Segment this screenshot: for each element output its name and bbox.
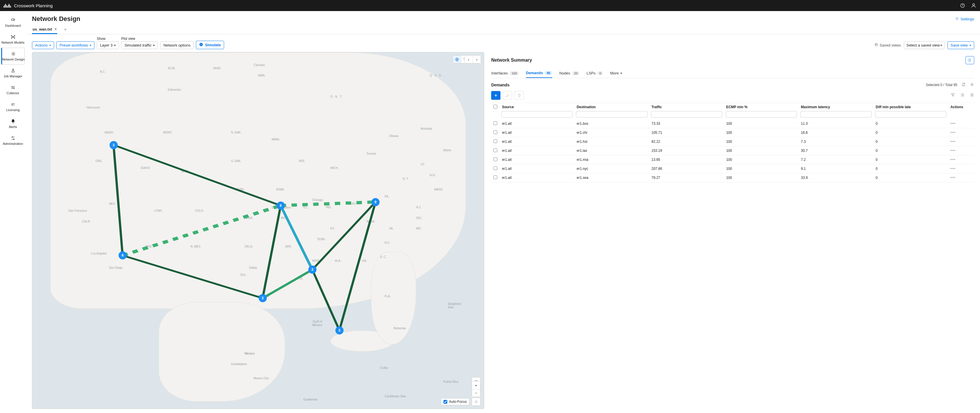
- tab-interfaces[interactable]: Interfaces100: [491, 69, 519, 78]
- cell-ecmp: 100: [724, 155, 799, 164]
- filter-icon[interactable]: [951, 93, 955, 98]
- summary-toggle-button[interactable]: [966, 56, 974, 64]
- row-more-icon[interactable]: •••: [950, 158, 956, 162]
- table-horizontal-scrollbar[interactable]: [491, 405, 974, 409]
- svg-point-35: [968, 59, 968, 59]
- list-view-icon[interactable]: [960, 93, 965, 98]
- col-max-latency[interactable]: Maximum latency: [799, 103, 873, 110]
- row-more-icon[interactable]: •••: [950, 167, 956, 171]
- table-row[interactable]: er1.atler1.mia13.651007.20•••: [491, 155, 974, 164]
- map-node-atl[interactable]: 3: [309, 266, 317, 274]
- col-diff[interactable]: Diff min possible late: [873, 103, 948, 110]
- auto-focus-checkbox[interactable]: [444, 400, 447, 404]
- chevron-left-icon[interactable]: ‹: [465, 56, 473, 63]
- sidenav-item-administration[interactable]: Administration: [0, 132, 26, 149]
- help-icon[interactable]: [960, 3, 966, 8]
- select-all-checkbox[interactable]: [493, 105, 497, 108]
- sidenav-item-dashboard[interactable]: Dashboard: [0, 14, 26, 31]
- tab-demands[interactable]: Demands95: [526, 69, 552, 78]
- row-checkbox[interactable]: [493, 121, 497, 125]
- map-node-chi[interactable]: 6: [277, 202, 285, 210]
- add-tab-button[interactable]: ＋: [61, 27, 70, 33]
- sidenav-item-licensing[interactable]: Licensing: [0, 98, 26, 115]
- filter-diff[interactable]: [875, 111, 946, 118]
- row-checkbox[interactable]: [493, 157, 497, 161]
- file-tab[interactable]: us_wan.txt ×: [32, 25, 57, 34]
- save-view-button[interactable]: Save view▾: [947, 41, 974, 49]
- map-node-hst[interactable]: 3: [259, 294, 267, 302]
- col-destination[interactable]: Destination: [574, 103, 649, 110]
- filter-traffic[interactable]: [651, 111, 722, 118]
- menu-icon[interactable]: [970, 93, 974, 98]
- table-row[interactable]: er1.atler1.chi105.7110016.60•••: [491, 128, 974, 137]
- table-row[interactable]: er1.atler1.nyc207.861009.10•••: [491, 164, 974, 173]
- col-source[interactable]: Source: [500, 103, 574, 110]
- sidenav-item-job-manager[interactable]: Job Manager: [0, 65, 26, 81]
- col-ecmp[interactable]: ECMP min %: [724, 103, 799, 110]
- zoom-control[interactable]: + −: [472, 381, 480, 397]
- tab-nodes[interactable]: Nodes33: [559, 69, 579, 78]
- plot-view-select[interactable]: Simulated traffic▾: [121, 41, 158, 49]
- network-options-button[interactable]: Network options: [160, 41, 194, 49]
- table-row[interactable]: er1.atler1.bos73.3310011.30•••: [491, 119, 974, 128]
- table-settings-icon[interactable]: [970, 82, 974, 88]
- filter-destination[interactable]: [576, 111, 647, 118]
- edit-button[interactable]: [503, 91, 512, 100]
- row-checkbox[interactable]: [493, 148, 497, 152]
- actions-button[interactable]: Actions▾: [32, 41, 54, 49]
- sidenav-item-collector[interactable]: Collector: [0, 81, 26, 98]
- svg-line-24: [263, 206, 281, 298]
- page-title: Network Design: [32, 15, 80, 23]
- zoom-out-icon[interactable]: −: [472, 389, 480, 397]
- map-node-lax[interactable]: 6: [119, 251, 127, 260]
- table-row[interactable]: er1.atler1.sea79.2710033.90•••: [491, 173, 974, 182]
- row-checkbox[interactable]: [493, 139, 497, 143]
- row-more-icon[interactable]: •••: [950, 131, 956, 135]
- add-button[interactable]: [491, 91, 501, 100]
- simulate-button[interactable]: Simulate: [196, 41, 224, 49]
- globe-icon[interactable]: [453, 56, 461, 63]
- row-checkbox[interactable]: [493, 166, 497, 170]
- row-more-icon[interactable]: •••: [950, 148, 956, 153]
- map-node-sea[interactable]: 3: [110, 141, 118, 149]
- row-checkbox[interactable]: [493, 130, 497, 134]
- user-icon[interactable]: [971, 3, 977, 8]
- row-more-icon[interactable]: •••: [950, 121, 956, 126]
- fit-button[interactable]: [472, 398, 480, 406]
- cell-source: er1.atl: [500, 173, 574, 182]
- sidenav-item-network-design[interactable]: Network Design: [1, 48, 25, 65]
- refresh-icon[interactable]: [961, 82, 966, 88]
- cell-traffic: 73.33: [649, 119, 724, 128]
- settings-button[interactable]: Settings: [955, 17, 974, 22]
- chevron-right-icon[interactable]: ›: [473, 56, 481, 63]
- close-icon[interactable]: ×: [54, 27, 57, 32]
- cell-max-latency: 7.3: [799, 137, 873, 146]
- zoom-in-icon[interactable]: +: [472, 381, 480, 389]
- map-panel-nav[interactable]: ‹ ›: [464, 55, 481, 64]
- svg-point-39: [961, 94, 961, 94]
- map-panel[interactable]: Canada United States Mexico Gulf of Mexi…: [32, 52, 484, 409]
- show-select[interactable]: Layer 3▾: [97, 41, 119, 49]
- sidenav-item-alerts[interactable]: Alerts: [0, 115, 26, 132]
- tab-lsps[interactable]: LSPs0: [587, 69, 603, 78]
- map-links: [32, 53, 484, 409]
- col-traffic[interactable]: Traffic: [649, 103, 724, 110]
- table-row[interactable]: er1.atler1.lax153.1910030.70•••: [491, 146, 974, 155]
- auto-focus-toggle[interactable]: Auto-Focus: [441, 398, 469, 405]
- filter-max-latency[interactable]: [800, 111, 872, 118]
- table-row[interactable]: er1.atler1.hst82.221007.30•••: [491, 137, 974, 146]
- demands-table[interactable]: Source Destination Traffic ECMP min % Ma…: [491, 103, 974, 405]
- row-more-icon[interactable]: •••: [950, 176, 956, 180]
- map-node-nyc[interactable]: 9: [371, 198, 380, 206]
- row-checkbox[interactable]: [493, 175, 497, 179]
- delete-button[interactable]: [514, 91, 524, 100]
- sidenav-item-network-models[interactable]: Network Models: [0, 31, 26, 48]
- filter-ecmp[interactable]: [726, 111, 797, 118]
- filter-source[interactable]: [501, 111, 573, 118]
- saved-view-select[interactable]: Select a saved view ▾: [904, 41, 945, 49]
- row-more-icon[interactable]: •••: [950, 140, 956, 144]
- tab-more[interactable]: More▾: [610, 69, 622, 78]
- network-design-icon: [11, 51, 16, 56]
- preset-workflows-button[interactable]: Preset workflows▾: [56, 41, 94, 49]
- map-node-mia[interactable]: 3: [336, 326, 344, 335]
